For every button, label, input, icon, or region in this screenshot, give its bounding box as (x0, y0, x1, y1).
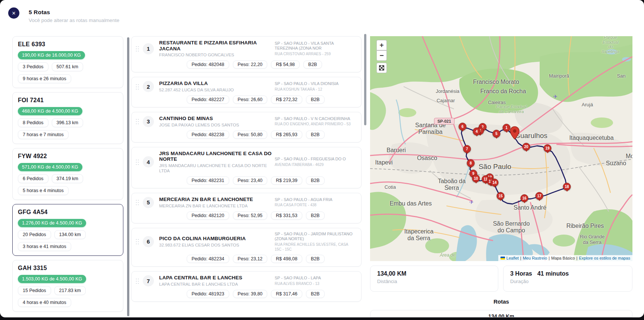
map-place-label: Rio Grande da Serra (580, 234, 604, 245)
map-stop-marker-18[interactable]: 18 (563, 183, 571, 191)
map-stop-marker-16[interactable]: 16 (521, 194, 528, 202)
map-zoom-controls: + − (376, 40, 387, 73)
route-card-fyw-4922[interactable]: FYW 4922 571,00 KG de 4.500,00 KG 6 Pedi… (12, 148, 123, 200)
route-card-foi-7241[interactable]: FOI 7241 468,00 KG de 4.500,00 KG 8 Pedi… (12, 92, 123, 144)
map-place-label: São Bernardo do Campo (493, 220, 530, 234)
duration-pill: 3 horas e 41 minutos (18, 242, 71, 251)
route-plate: GFG 4A54 (18, 209, 118, 216)
drag-handle-icon[interactable] (135, 199, 139, 206)
map-stop-marker-8[interactable]: 8 (467, 159, 475, 167)
capacity-badge: 1.503,00 KG de 4.500,00 KG (18, 275, 86, 283)
stop-address-street: AVENIDA ITABERABA - 4629 (275, 163, 356, 167)
zoom-out-button[interactable]: − (376, 50, 387, 61)
map-styles-link[interactable]: Explore os estilos de mapas (579, 256, 630, 260)
route-plate: GAH 3315 (18, 265, 118, 272)
stop-card-2[interactable]: 2 PIZZARIA DA VILLA 52.287.452 LUCAS DA … (131, 77, 362, 107)
map-stop-marker-7[interactable]: 7 (463, 145, 471, 153)
stop-name: PICO DA COLINA HAMBURGUERIA (159, 236, 273, 242)
stop-card-3[interactable]: 3 CANTINHO DE MINAS JOSE DA PAIXAO LEMES… (131, 112, 362, 142)
valor-pill: R$ 317,46 (271, 290, 302, 298)
valor-pill: R$ 265,93 (271, 131, 302, 139)
drag-handle-icon[interactable] (135, 159, 139, 165)
stop-customer: 32.983.672 ELIAS CESAR DOS SANTOS (159, 242, 273, 248)
map-stop-marker-14[interactable]: 14 (491, 179, 499, 186)
duration-minutes: 41 minutos (537, 270, 569, 277)
map-place-label: Osasco (417, 155, 437, 161)
tipo-pill: B2B (306, 131, 325, 139)
route-plate: FYW 4922 (18, 153, 118, 160)
map-place-label: Itaquaquecetuba (569, 135, 613, 141)
map-attribution: Leaflet | Meu Rastreio | Mapa Básico | E… (498, 255, 632, 261)
drag-handle-icon[interactable] (135, 84, 139, 90)
map-place-label: Taboão da Serra (438, 178, 466, 192)
destination-pin-icon[interactable] (510, 126, 520, 141)
stop-name: MERCEARIA ZN BAR E LANCHONETE (159, 197, 273, 203)
map-place-label: Mo (626, 153, 632, 160)
map-stop-marker-10[interactable]: 10 (472, 175, 480, 182)
route-plate: ELE 6393 (18, 41, 118, 48)
stop-address-street: RUA PADRE ACHILLES SILVESTRE, CASA 15C -… (275, 242, 356, 252)
map-place-label: Barueri (386, 147, 406, 154)
drag-handle-icon[interactable] (135, 238, 139, 245)
map-stop-marker-17[interactable]: 17 (536, 192, 543, 200)
tipo-pill: B2B (306, 95, 325, 104)
map-stop-marker-6[interactable]: 6 (459, 123, 467, 131)
drag-handle-icon[interactable] (135, 118, 139, 125)
stop-card-1[interactable]: 1 RESTAURANTE E PIZZARIA ESFIHARIA JACAN… (131, 36, 362, 72)
map[interactable]: Parque Estadual do ItapetingaFrancisco M… (370, 36, 632, 261)
stop-address-region: SP - SAO PAULO - V N CACHOEIRINHA (275, 116, 356, 122)
capacity-badge: 1.276,00 KG de 4.500,00 KG (18, 219, 86, 227)
stop-customer: FRANCISCO NOBERTO GONCALVES (159, 52, 273, 57)
route-card-ele-6393[interactable]: ELE 6393 190,00 KG de 16.000,00 KG 3 Ped… (12, 36, 123, 88)
map-place-label: Ribeirão Pires (566, 223, 604, 229)
map-stop-marker-19[interactable]: 19 (544, 144, 552, 152)
fullscreen-button[interactable] (376, 63, 387, 73)
rotas-total-distance: 134,00 Km (488, 313, 514, 317)
tipo-pill: B2B (306, 290, 325, 298)
stops-list-scrollbar[interactable] (364, 34, 366, 125)
close-button[interactable]: ✕ (8, 7, 19, 19)
route-card-gfg-4a54[interactable]: GFG 4A54 1.276,00 KG de 4.500,00 KG 20 P… (12, 204, 123, 256)
map-place-label: Cajamar (436, 98, 455, 104)
pedido-pill: Pedido: 482238 (187, 131, 229, 139)
stop-card-7[interactable]: 7 LAPA CENTRAL BAR E LANCHES LAPA CENTRA… (131, 271, 362, 302)
stop-address-region: SP - SAO PAULO - AGUA FRIA (275, 197, 356, 203)
stop-name: LAPA CENTRAL BAR E LANCHES (159, 275, 273, 281)
pedido-pill: Pedido: 482048 (187, 60, 229, 69)
stop-number: 4 (143, 156, 154, 167)
stop-customer: JRS MANDACARU LANCHONETE E CASA DO NORTE… (159, 163, 273, 173)
leaflet-link[interactable]: Leaflet (506, 256, 519, 260)
airport-icon: ✈ (553, 94, 558, 100)
map-place-label: Itapecerica da Serra (404, 228, 433, 242)
map-stop-marker-4[interactable]: 4 (473, 128, 481, 135)
peso-pill: Peso: 50,80 (233, 131, 268, 139)
pedidos-pill: 6 Pedidos (18, 174, 48, 183)
road-badge-sp021: SP-021 (434, 118, 455, 125)
map-stop-marker-15[interactable]: 15 (497, 192, 505, 200)
route-card-gah-3315[interactable]: GAH 3315 1.503,00 KG de 4.500,00 KG 15 P… (12, 260, 123, 312)
route-plate: FOI 7241 (18, 97, 118, 104)
stops-list: 1 RESTAURANTE E PIZZARIA ESFIHARIA JACAN… (131, 36, 362, 302)
distance-pill: 134.00 km (54, 230, 86, 239)
map-stop-marker-5[interactable]: 5 (493, 130, 501, 138)
valor-pill: R$ 219,39 (271, 176, 302, 185)
stop-card-5[interactable]: 5 MERCEARIA ZN BAR E LANCHONETE MERCEARI… (131, 193, 362, 223)
distance-pill: 374.19 km (52, 174, 83, 183)
stop-card-4[interactable]: 4 JRS MANDACARU LANCHONETE E CASA DO NOR… (131, 147, 362, 188)
stop-customer: 52.287.452 LUCAS DA SILVA ARAUJO (159, 87, 273, 92)
stop-card-6[interactable]: 6 PICO DA COLINA HAMBURGUERIA 32.983.672… (131, 228, 362, 267)
map-stop-marker-1[interactable]: 1 (503, 124, 511, 132)
stop-address-street: RUA DO ENGENHO, ANDAR PRIMEIRO - 53 (275, 122, 356, 127)
map-place-label: Mairiporã (549, 73, 569, 79)
map-place-label: Jordanésia (436, 89, 460, 94)
map-stop-marker-20[interactable]: 20 (523, 143, 530, 151)
rotas-total-card: 134,00 Km (370, 310, 632, 317)
stop-address-region: SP - SAO PAULO - LAPA (275, 276, 356, 281)
rastreio-link[interactable]: Meu Rastreio (523, 256, 547, 260)
zoom-in-button[interactable]: + (376, 40, 387, 50)
distance-value: 134,00 KM (377, 270, 406, 277)
drag-handle-icon[interactable] (135, 46, 139, 52)
sidebar-scrollbar[interactable] (127, 37, 129, 316)
duration-pill: 7 horas e 7 minutos (18, 130, 69, 139)
drag-handle-icon[interactable] (135, 278, 139, 284)
